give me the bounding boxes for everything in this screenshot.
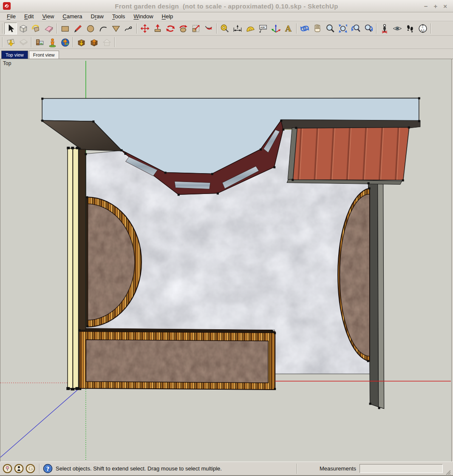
- menu-camera[interactable]: Camera: [58, 13, 86, 20]
- tool-position-camera-button[interactable]: [378, 23, 391, 34]
- google-g-icon[interactable]: G: [25, 463, 36, 474]
- toolbar-separator: [296, 23, 297, 34]
- tool-line-button[interactable]: [71, 23, 84, 34]
- tool-zoom-extents-button[interactable]: [337, 23, 349, 34]
- measurements-label: Measurements: [320, 465, 356, 472]
- tool-pan-button[interactable]: [311, 23, 324, 34]
- tool-share-model-button[interactable]: [88, 36, 100, 48]
- status-bar: G ? Select objects. Shift to extend sele…: [0, 462, 453, 475]
- tool-eraser-button[interactable]: [42, 23, 55, 34]
- tool-scale-button[interactable]: [190, 23, 202, 34]
- tool-text-button[interactable]: ABC: [257, 23, 269, 34]
- menu-draw[interactable]: Draw: [87, 13, 108, 20]
- tool-make-component-button[interactable]: [17, 23, 30, 34]
- menu-bar: FileEditViewCameraDrawToolsWindowHelp: [0, 12, 453, 21]
- toolbar-separator: [216, 23, 217, 34]
- measurements-input[interactable]: [360, 464, 443, 473]
- menu-file[interactable]: File: [3, 13, 20, 20]
- tool-follow-me-button[interactable]: [177, 23, 190, 34]
- boundary-wall[interactable]: [368, 182, 384, 408]
- fence-wood-strip: [79, 149, 85, 330]
- bed-flat-edge: [86, 197, 88, 327]
- tool-protractor-button[interactable]: [244, 23, 257, 34]
- main-toolbar: ABCACA-S: [0, 21, 453, 36]
- sketchup-logo-icon: [3, 2, 11, 10]
- tool-push-pull-button[interactable]: [151, 23, 164, 34]
- bay-glass-pane[interactable]: [175, 181, 210, 189]
- svg-text:G: G: [28, 465, 33, 472]
- toolbar-separator: [136, 23, 137, 34]
- tool-polygon-button[interactable]: [110, 23, 122, 34]
- close-button[interactable]: ×: [443, 3, 447, 9]
- toolbar-separator: [114, 37, 115, 47]
- title-bar: Front garden design (not to scale - appr…: [0, 0, 453, 12]
- tool-zoom-button[interactable]: [324, 23, 337, 34]
- tool-arc-button[interactable]: [97, 23, 110, 34]
- tool-photo-textures-button[interactable]: [33, 36, 46, 48]
- window-title: Front garden design (not to scale - appr…: [0, 3, 453, 10]
- tool-walk-button[interactable]: [404, 23, 416, 34]
- scene-tab-front-view[interactable]: Front view: [29, 51, 59, 59]
- menu-view[interactable]: View: [38, 13, 58, 20]
- resize-grip[interactable]: [445, 469, 451, 475]
- tool-rotate-button[interactable]: [164, 23, 177, 34]
- tool-dimensions-button[interactable]: [231, 23, 244, 34]
- tool-tape-measure-button[interactable]: [218, 23, 231, 34]
- minimize-button[interactable]: −: [424, 3, 428, 9]
- garage-roof[interactable]: [287, 127, 409, 184]
- tool-add-new-building-button[interactable]: [46, 36, 59, 48]
- model-canvas[interactable]: [0, 59, 451, 462]
- tool-freehand-button[interactable]: [122, 23, 135, 34]
- scene-tab-bar: Top viewFront view: [0, 49, 453, 59]
- tool-orbit-button[interactable]: [298, 23, 311, 34]
- svg-text:A: A: [285, 24, 292, 33]
- tool-share-component-button[interactable]: [100, 36, 113, 48]
- tool-axes-button[interactable]: [269, 23, 282, 34]
- tool-toggle-terrain-button[interactable]: [17, 36, 30, 48]
- tool-section-plane-button[interactable]: CA-S: [416, 23, 429, 34]
- toolbar-separator: [430, 23, 431, 34]
- svg-text:C: C: [422, 25, 423, 28]
- tool-zoom-previous-button[interactable]: [349, 23, 362, 34]
- menu-window[interactable]: Window: [129, 13, 157, 20]
- tool-offset-button[interactable]: [202, 23, 215, 34]
- tool-select-button[interactable]: [4, 23, 17, 34]
- sketchup-window: Front garden design (not to scale - appr…: [0, 0, 453, 476]
- drawing-viewport[interactable]: Top: [0, 59, 452, 462]
- toolbar-separator: [57, 23, 57, 34]
- tool-circle-button[interactable]: [84, 23, 97, 34]
- toolbar-separator: [73, 37, 74, 47]
- bottom-raised-bed[interactable]: [79, 328, 275, 390]
- tool-3d-text-button[interactable]: A: [282, 23, 295, 34]
- tool-google-earth-button[interactable]: [59, 36, 71, 48]
- tool-move-button[interactable]: [139, 23, 151, 34]
- toolbar-separator: [31, 37, 32, 47]
- scene-tab-top-view[interactable]: Top view: [1, 51, 28, 59]
- svg-text:?: ?: [46, 465, 50, 472]
- menu-help[interactable]: Help: [158, 13, 178, 20]
- toolbar-separator: [376, 23, 377, 34]
- tool-look-around-button[interactable]: [391, 23, 404, 34]
- person-icon[interactable]: [14, 463, 24, 474]
- blue-axis: [0, 383, 85, 457]
- tool-get-current-view-button[interactable]: [4, 36, 17, 48]
- help-icon[interactable]: ?: [42, 463, 53, 474]
- google-toolbar: [0, 36, 453, 49]
- tool-rectangle-button[interactable]: [59, 23, 71, 34]
- view-name-label: Top: [3, 60, 11, 66]
- maximize-button[interactable]: +: [433, 3, 437, 9]
- tool-paint-bucket-button[interactable]: [30, 23, 42, 34]
- status-separator: [39, 464, 40, 474]
- toolbar-separator: [2, 23, 3, 34]
- tool-get-models-button[interactable]: [75, 36, 88, 48]
- svg-text:ABC: ABC: [260, 26, 266, 29]
- svg-text:A-S: A-S: [421, 29, 425, 31]
- measurements-separator: [297, 464, 297, 474]
- status-icons: G: [2, 463, 37, 474]
- geo-balloon-icon[interactable]: [2, 463, 13, 474]
- tool-zoom-next-button[interactable]: [362, 23, 375, 34]
- status-hint: Select objects. Shift to extend select. …: [56, 465, 222, 472]
- window-controls: − + ×: [424, 3, 453, 9]
- menu-tools[interactable]: Tools: [108, 13, 129, 20]
- menu-edit[interactable]: Edit: [20, 13, 38, 20]
